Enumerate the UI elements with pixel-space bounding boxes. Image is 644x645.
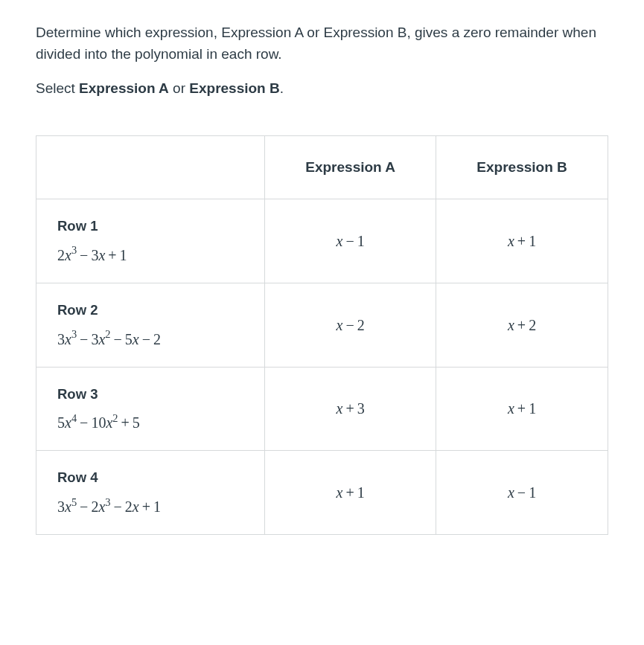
table-row: Row 12x3−3x+1x−1x+1 bbox=[36, 199, 608, 283]
expression-b: x−1 bbox=[508, 484, 536, 501]
select-mid: or bbox=[169, 80, 189, 96]
header-blank bbox=[36, 135, 265, 199]
row-label-cell: Row 23x3−3x2−5x−2 bbox=[36, 283, 265, 367]
table-body: Row 12x3−3x+1x−1x+1Row 23x3−3x2−5x−2x−2x… bbox=[36, 199, 608, 535]
expression-a: x+1 bbox=[337, 484, 365, 501]
row-label-cell: Row 35x4−10x2+5 bbox=[36, 367, 265, 451]
row-polynomial: 5x4−10x2+5 bbox=[57, 411, 243, 434]
row-polynomial: 3x5−2x3−2x+1 bbox=[57, 495, 243, 518]
expression-a-cell[interactable]: x+1 bbox=[265, 451, 436, 535]
expression-b-cell[interactable]: x+1 bbox=[436, 367, 608, 451]
select-prefix: Select bbox=[36, 80, 79, 96]
select-option-a: Expression A bbox=[79, 80, 169, 96]
expression-table: Expression A Expression B Row 12x3−3x+1x… bbox=[36, 135, 608, 536]
expression-a: x−2 bbox=[337, 317, 365, 333]
expression-a-cell[interactable]: x−2 bbox=[265, 283, 436, 367]
row-label: Row 2 bbox=[57, 300, 243, 321]
header-expression-b: Expression B bbox=[436, 135, 608, 199]
expression-b-cell[interactable]: x+2 bbox=[436, 283, 608, 367]
table-row: Row 35x4−10x2+5x+3x+1 bbox=[36, 367, 608, 451]
expression-a-cell[interactable]: x−1 bbox=[265, 199, 436, 283]
row-polynomial: 2x3−3x+1 bbox=[57, 244, 243, 266]
table-row: Row 43x5−2x3−2x+1x+1x−1 bbox=[36, 451, 608, 535]
expression-a: x+3 bbox=[337, 400, 365, 417]
row-label-cell: Row 43x5−2x3−2x+1 bbox=[36, 451, 265, 535]
expression-b: x+2 bbox=[508, 317, 536, 333]
expression-b-cell[interactable]: x+1 bbox=[436, 199, 608, 283]
expression-b: x+1 bbox=[508, 400, 536, 417]
row-polynomial: 3x3−3x2−5x−2 bbox=[57, 328, 243, 350]
select-suffix: . bbox=[280, 80, 284, 96]
row-label: Row 3 bbox=[57, 384, 243, 405]
header-expression-a: Expression A bbox=[265, 135, 436, 199]
row-label: Row 4 bbox=[57, 467, 243, 488]
row-label: Row 1 bbox=[57, 216, 243, 237]
expression-b: x+1 bbox=[508, 233, 536, 249]
expression-a: x−1 bbox=[337, 233, 365, 249]
select-instruction: Select Expression A or Expression B. bbox=[36, 78, 608, 100]
row-label-cell: Row 12x3−3x+1 bbox=[36, 199, 265, 283]
question-intro: Determine which expression, Expression A… bbox=[36, 22, 608, 65]
table-row: Row 23x3−3x2−5x−2x−2x+2 bbox=[36, 283, 608, 367]
expression-b-cell[interactable]: x−1 bbox=[436, 451, 608, 535]
select-option-b: Expression B bbox=[189, 80, 279, 96]
expression-a-cell[interactable]: x+3 bbox=[265, 367, 436, 451]
